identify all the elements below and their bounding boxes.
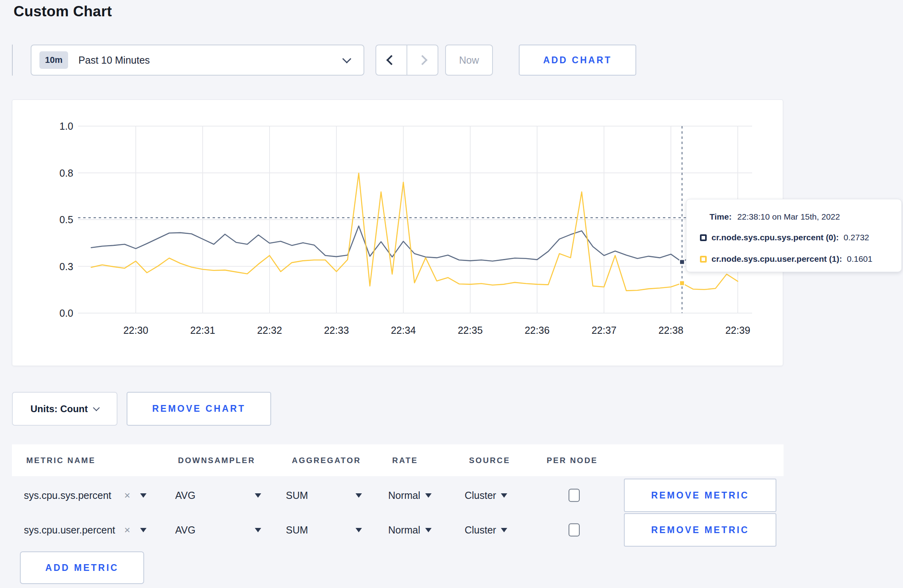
metric-name-caret[interactable] <box>140 479 147 512</box>
tooltip-series-name: cr.node.sys.cpu.user.percent (1): <box>711 254 842 264</box>
downsampler-select[interactable]: AVG <box>175 513 195 547</box>
rate-value: Normal <box>388 490 420 501</box>
x-tick-label: 22:35 <box>458 325 483 336</box>
aggregator-caret[interactable] <box>356 513 362 547</box>
caret-down-icon <box>425 493 432 498</box>
aggregator-caret[interactable] <box>356 479 362 512</box>
remove-chart-button[interactable]: REMOVE CHART <box>127 392 271 426</box>
tooltip-time-value: 22:38:10 on Mar 15th, 2022 <box>737 212 840 221</box>
aggregator-select[interactable]: SUM <box>286 513 308 547</box>
metric-row: sys.cpu.sys.percent × AVG SUM Normal Clu… <box>12 479 784 512</box>
caret-down-icon <box>425 528 432 532</box>
per-node-checkbox[interactable] <box>569 524 580 537</box>
tooltip-series-name: cr.node.sys.cpu.sys.percent (0): <box>711 233 839 242</box>
y-tick-label: 0.8 <box>59 167 73 179</box>
tooltip-series-row: cr.node.sys.cpu.sys.percent (0): 0.2732 <box>700 233 869 242</box>
header-metric-name: METRIC NAME <box>26 456 96 465</box>
y-tick-label: 0.0 <box>59 308 73 319</box>
toolbar-divider <box>12 45 13 76</box>
caret-down-icon <box>140 528 147 532</box>
user-series-swatch-icon <box>700 256 707 263</box>
page-title: Custom Chart <box>14 3 112 20</box>
add-metric-button[interactable]: ADD METRIC <box>20 551 144 584</box>
metric-name-select[interactable]: sys.cpu.user.percent <box>24 513 115 547</box>
caret-down-icon <box>255 528 261 532</box>
aggregator-value: SUM <box>286 490 308 501</box>
downsampler-value: AVG <box>175 524 195 536</box>
metric-name-text: sys.cpu.sys.percent <box>24 490 111 501</box>
x-tick-label: 22:31 <box>190 325 215 336</box>
hover-marker <box>680 260 684 265</box>
chevron-left-icon <box>386 55 396 65</box>
chevron-right-icon <box>417 55 427 65</box>
x-tick-label: 22:36 <box>525 325 550 336</box>
series-line-user <box>91 173 738 290</box>
caret-down-icon <box>501 528 507 532</box>
clear-metric-icon[interactable]: × <box>124 513 130 547</box>
metric-name-text: sys.cpu.user.percent <box>24 524 115 536</box>
x-tick-label: 22:32 <box>257 325 282 336</box>
x-tick-label: 22:38 <box>659 325 684 336</box>
tooltip-time: Time:22:38:10 on Mar 15th, 2022 <box>710 212 840 222</box>
metric-table-header: METRIC NAME DOWNSAMPLER AGGREGATOR RATE … <box>12 444 784 476</box>
source-value: Cluster <box>465 524 496 536</box>
caret-down-icon <box>140 493 147 498</box>
header-rate: RATE <box>392 456 418 465</box>
now-button[interactable]: Now <box>445 45 493 76</box>
downsampler-select[interactable]: AVG <box>175 479 195 512</box>
y-tick-label: 0.3 <box>59 261 73 272</box>
time-pager <box>375 45 438 76</box>
source-value: Cluster <box>465 490 496 501</box>
chevron-down-icon <box>342 55 352 64</box>
header-downsampler: DOWNSAMPLER <box>178 456 255 465</box>
time-window-badge: 10m <box>39 51 68 69</box>
time-window-dropdown[interactable]: 10m Past 10 Minutes <box>31 45 364 76</box>
header-per-node: PER NODE <box>547 456 598 465</box>
cpu-chart[interactable]: 0.00.30.50.81.022:3022:3122:3222:3322:34… <box>12 100 783 366</box>
tooltip-time-label: Time: <box>710 212 732 221</box>
units-label: Units: Count <box>31 403 88 415</box>
sys-series-swatch-icon <box>700 234 707 241</box>
clear-metric-icon[interactable]: × <box>124 479 130 512</box>
aggregator-select[interactable]: SUM <box>286 479 308 512</box>
header-source: SOURCE <box>469 456 510 465</box>
prev-time-button[interactable] <box>376 45 407 75</box>
rate-select[interactable]: Normal <box>388 513 432 547</box>
x-tick-label: 22:33 <box>324 325 349 336</box>
tooltip-series-value: 0.1601 <box>847 254 872 264</box>
source-select[interactable]: Cluster <box>465 479 507 512</box>
downsampler-caret[interactable] <box>255 479 261 512</box>
caret-down-icon <box>356 493 362 498</box>
remove-metric-button[interactable]: REMOVE METRIC <box>624 513 776 547</box>
downsampler-caret[interactable] <box>255 513 261 547</box>
source-select[interactable]: Cluster <box>465 513 507 547</box>
metric-name-caret[interactable] <box>140 513 147 547</box>
chart-card: 0.00.30.50.81.022:3022:3122:3222:3322:34… <box>12 99 783 366</box>
tooltip-series-row: cr.node.sys.cpu.user.percent (1): 0.1601 <box>700 254 872 264</box>
time-window-label: Past 10 Minutes <box>78 55 150 66</box>
metric-name-select[interactable]: sys.cpu.sys.percent <box>24 479 111 512</box>
x-tick-label: 22:39 <box>725 325 751 336</box>
rate-value: Normal <box>388 524 420 536</box>
downsampler-value: AVG <box>175 490 195 501</box>
header-aggregator: AGGREGATOR <box>292 456 361 465</box>
x-tick-label: 22:34 <box>391 325 416 336</box>
hover-marker <box>680 281 684 286</box>
next-time-button[interactable] <box>407 45 438 75</box>
custom-chart-page: Custom Chart 10m Past 10 Minutes Now ADD… <box>0 0 903 588</box>
chevron-down-icon <box>93 405 100 411</box>
caret-down-icon <box>255 493 261 498</box>
units-dropdown[interactable]: Units: Count <box>12 392 117 426</box>
x-tick-label: 22:37 <box>592 325 617 336</box>
remove-metric-button[interactable]: REMOVE METRIC <box>624 479 776 512</box>
caret-down-icon <box>356 528 362 532</box>
series-line-sys <box>91 226 738 262</box>
rate-select[interactable]: Normal <box>388 479 432 512</box>
metric-row: sys.cpu.user.percent × AVG SUM Normal Cl… <box>12 513 784 547</box>
x-tick-label: 22:30 <box>123 325 149 336</box>
aggregator-value: SUM <box>286 524 308 536</box>
chart-tooltip: Time:22:38:10 on Mar 15th, 2022 cr.node.… <box>686 199 902 272</box>
per-node-checkbox[interactable] <box>569 489 580 502</box>
add-chart-button[interactable]: ADD CHART <box>519 45 636 76</box>
y-tick-label: 1.0 <box>59 121 73 132</box>
